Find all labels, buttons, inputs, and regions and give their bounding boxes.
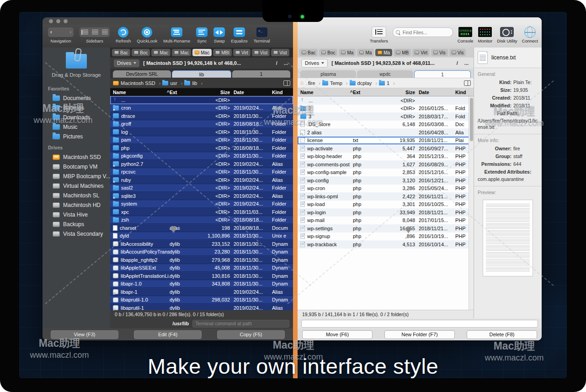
folder-tab[interactable]: 1 bbox=[414, 70, 471, 78]
right-list-header[interactable]: Name^ Ext Size Date Kind bbox=[298, 88, 474, 96]
sidebar-item[interactable]: Documents bbox=[43, 93, 110, 103]
table-row[interactable]: php <DIR> 2018/08/18... Folder bbox=[110, 144, 293, 152]
root-button[interactable]: / bbox=[455, 60, 459, 66]
new-folder-button[interactable]: New Folder (F7) bbox=[384, 330, 455, 339]
table-row[interactable]: ... <DIR> bbox=[298, 96, 474, 105]
table-row[interactable]: wp-config php 3,120 2016/12/21... PHP bbox=[298, 176, 474, 185]
breadcrumb-item[interactable]: fire › bbox=[300, 80, 320, 86]
drive-tab[interactable]: Bac bbox=[299, 49, 318, 56]
terminal-button[interactable]: Terminal bbox=[254, 26, 270, 43]
table-row[interactable]: wp-activate php 5,447 2016/09/27... PHP bbox=[298, 144, 474, 153]
table-row[interactable]: libAccountPolicyTrans... dylib 23,280 20… bbox=[110, 248, 293, 256]
table-row[interactable]: libAppleSSEExt dylib 45,008 2018/11/30..… bbox=[110, 264, 293, 272]
table-row[interactable]: .DS_Store 6,148 2016/03/08... Doc bbox=[298, 121, 474, 129]
sidebar-item[interactable]: Vista Hive bbox=[43, 210, 110, 219]
table-row[interactable]: pkgconfig <DIR> 2018/11/30... Folder bbox=[110, 152, 293, 160]
drive-tab[interactable]: Ma bbox=[339, 49, 356, 56]
column-kind[interactable]: Kind bbox=[272, 90, 291, 95]
multi-rename-button[interactable]: Multi-Rename bbox=[163, 26, 190, 43]
delete-button[interactable]: Delete (F8) bbox=[467, 330, 537, 339]
column-kind[interactable]: Kind bbox=[455, 90, 468, 95]
table-row[interactable]: libapr-1 dylib 2019/02/24... Alias bbox=[110, 288, 293, 296]
refresh-button[interactable]: Refresh bbox=[116, 26, 131, 43]
table-row[interactable]: wp-cron php 3,286 2015/05/24... PHP bbox=[298, 185, 474, 193]
column-name[interactable]: Name bbox=[113, 90, 126, 95]
breadcrumb-item[interactable]: usr › bbox=[162, 80, 182, 86]
table-row[interactable]: dyld 1,100,896 2018/11/30... Unix e bbox=[110, 232, 293, 240]
table-row[interactable]: python2.7 <DIR> 2019/02/24... Alias bbox=[110, 160, 293, 168]
zoom-window-icon[interactable] bbox=[64, 19, 68, 23]
drive-tab[interactable]: Mac bbox=[151, 49, 170, 56]
transfers-button[interactable]: Transfers bbox=[370, 26, 388, 43]
breadcrumb-item[interactable]: Macintosh SSD › bbox=[113, 80, 160, 86]
right-file-list[interactable]: ... <DIR> 2 bbox=[298, 96, 474, 310]
view-button[interactable]: View (F3) bbox=[51, 330, 118, 339]
drive-tab[interactable]: Vist bbox=[271, 49, 289, 56]
table-row[interactable]: libAppletTranslationLi... dylib 130,816 … bbox=[110, 272, 293, 280]
sync-button[interactable]: Sync bbox=[196, 26, 208, 43]
sidebar-item[interactable]: Bootcamp VM bbox=[43, 162, 110, 171]
breadcrumb-item[interactable]: lib › bbox=[184, 80, 202, 86]
table-row[interactable]: groff <DIR> 2018/08/18... Folder bbox=[110, 120, 293, 128]
sidebars-buttons[interactable]: Sidebars bbox=[80, 26, 110, 43]
minimize-window-icon[interactable] bbox=[56, 19, 60, 23]
table-row[interactable]: libapple_nghttp2 dylib 279,968 2018/11/3… bbox=[110, 256, 293, 264]
table-row[interactable]: pam <DIR> 2018/11/30... Folder bbox=[110, 136, 293, 144]
find-files-field[interactable] bbox=[393, 27, 453, 37]
drive-tab[interactable]: Ma bbox=[375, 49, 392, 56]
sidebar-item[interactable]: Backups bbox=[43, 103, 110, 112]
folder-tab[interactable]: lib bbox=[172, 70, 231, 78]
table-row[interactable]: sasl2 <DIR> 2019/02/24... Folder bbox=[110, 184, 293, 192]
table-row[interactable]: wp-links-opml php 2,422 2016/11/21... PH… bbox=[298, 192, 474, 201]
drive-tab[interactable]: Virt bbox=[412, 49, 430, 56]
column-ext[interactable]: Ext bbox=[353, 90, 377, 95]
more-button[interactable]: ... bbox=[282, 60, 289, 66]
drives-dropdown[interactable]: Drives bbox=[301, 59, 328, 68]
navigation-buttons[interactable]: Navigation bbox=[48, 26, 74, 43]
table-row[interactable]: 2 <DIR> 2016/01/25... Fold bbox=[298, 105, 474, 113]
table-row[interactable]: wp-settings php 16,255 2018/11/21... PHP bbox=[298, 224, 474, 233]
terminal-command-input[interactable] bbox=[192, 320, 289, 328]
sidebar-item[interactable]: Macintosh SSD bbox=[43, 152, 110, 162]
table-row[interactable]: dtrace <DIR> 2018/11/30... Folder bbox=[110, 112, 293, 120]
table-row[interactable]: 2 alias 2016/04/28... Alia bbox=[298, 128, 474, 137]
table-row[interactable]: sqlite3 <DIR> 2019/02/24... Alias bbox=[110, 192, 293, 200]
drive-tab[interactable]: Boc bbox=[132, 49, 150, 56]
column-size[interactable]: Size bbox=[195, 90, 234, 95]
find-files-input[interactable] bbox=[402, 29, 450, 36]
move-button[interactable]: Move (F6) bbox=[302, 330, 373, 339]
table-row[interactable]: libapr-1.0 dylib 343,808 2018/11/30... D… bbox=[110, 280, 293, 288]
equalize-button[interactable]: Equalize bbox=[231, 26, 247, 43]
table-row[interactable]: libaprutil-1 dylib 2019/02/24... Alias bbox=[110, 304, 293, 310]
table-row[interactable]: wp-trackback php 4,513 2016/10/14... PHP bbox=[298, 240, 474, 249]
drag-drop-storage[interactable]: Drag & Drop Storage bbox=[43, 50, 110, 82]
table-row[interactable]: wp-mail php 8,048 2017/01/15... PHP bbox=[298, 217, 474, 225]
drive-tab[interactable]: Mac bbox=[192, 49, 212, 56]
table-row[interactable]: cron <DIR> 2019/02/24... Alias bbox=[110, 104, 293, 112]
drive-tab[interactable]: Mac bbox=[172, 49, 191, 56]
console-button[interactable]: Console bbox=[458, 26, 474, 43]
table-row[interactable]: wp-comments-post php 1,627 2016/08/29...… bbox=[298, 160, 474, 169]
monitor-button[interactable]: Monitor bbox=[478, 26, 493, 43]
sidebar-item[interactable]: Music bbox=[43, 122, 110, 132]
drive-tab[interactable]: Ma bbox=[357, 49, 374, 56]
column-date[interactable]: Date bbox=[419, 90, 455, 95]
table-row[interactable]: libaprutil-1.0 dylib 298,032 2018/11/30.… bbox=[110, 296, 293, 304]
connect-button[interactable]: Connect bbox=[522, 26, 538, 43]
drive-tab[interactable]: Vist bbox=[252, 49, 270, 56]
drive-tab[interactable]: Virt bbox=[233, 49, 250, 56]
column-ext[interactable]: Ext bbox=[170, 90, 195, 95]
root-button[interactable]: / bbox=[275, 60, 279, 66]
table-row[interactable]: charset alias 198 2018/08/18... Docum bbox=[110, 224, 293, 232]
sidebar-item[interactable]: Pictures bbox=[43, 132, 110, 141]
table-row[interactable]: rpcsvc <DIR> 2018/11/30... Folder bbox=[110, 168, 293, 176]
table-row[interactable]: log <DIR> 2018/11/30... Folder bbox=[110, 128, 293, 136]
table-row[interactable]: xpc <DIR> 2018/11/03... Folder bbox=[110, 208, 293, 216]
sidebar-item[interactable]: Machintosh SL bbox=[43, 191, 110, 200]
disk-utility-button[interactable]: Disk Utility bbox=[497, 26, 517, 43]
breadcrumb-item[interactable]: 1 › bbox=[379, 80, 395, 86]
quicklook-button[interactable]: QuickLook bbox=[137, 26, 157, 43]
sidebar-item[interactable]: Virtual Machines bbox=[43, 181, 110, 191]
table-row[interactable]: system <DIR> 2019/02/24... Folder bbox=[110, 200, 293, 208]
folder-tab[interactable]: DevStorm SRL bbox=[113, 70, 171, 78]
